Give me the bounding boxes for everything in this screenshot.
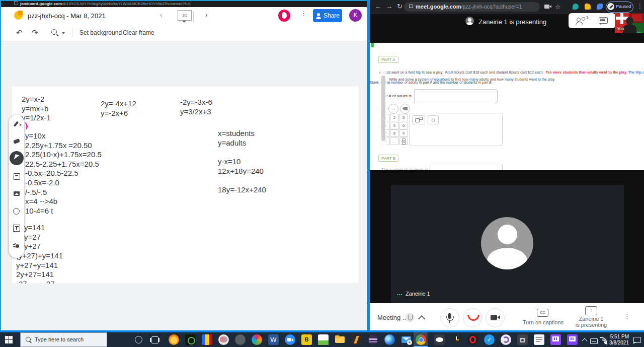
taskbar-search-input[interactable]: Type here to search bbox=[20, 332, 107, 347]
share-button[interactable]: Share bbox=[313, 9, 342, 22]
equation-block[interactable]: y-x=10 12x+18y=240 bbox=[218, 157, 264, 176]
task-view-icon[interactable] bbox=[151, 336, 158, 343]
redo-icon[interactable]: ↷ bbox=[32, 28, 38, 37]
key-2[interactable]: 2 bbox=[390, 114, 399, 121]
start-button-icon[interactable] bbox=[5, 336, 13, 343]
tray-clock[interactable]: 5:51 PM 3/8/2021 bbox=[606, 334, 629, 346]
paused-extension-button[interactable]: Paused bbox=[606, 2, 633, 13]
app-swirl-icon[interactable] bbox=[501, 334, 511, 345]
extension-thumb-icon[interactable] bbox=[585, 4, 591, 10]
keypad-right-icon[interactable]: → bbox=[388, 104, 398, 114]
key-5[interactable]: 5 bbox=[390, 122, 399, 129]
next-frame-icon[interactable]: › bbox=[205, 11, 207, 19]
presenting-icon[interactable]: ↑ bbox=[585, 306, 597, 315]
frame-expand-caret-icon[interactable] bbox=[182, 21, 186, 23]
shape-tool-icon[interactable] bbox=[13, 208, 20, 215]
camera-permission-icon[interactable] bbox=[544, 5, 549, 9]
scrollbar-thumb[interactable] bbox=[381, 76, 385, 141]
bookmark-star-icon[interactable]: ☆ bbox=[555, 3, 561, 11]
extension-pink-icon[interactable] bbox=[278, 10, 290, 22]
document-title[interactable]: pzz-jhxh-ocq - Mar 8, 2021 bbox=[28, 12, 106, 20]
equation-block[interactable]: 2y=x-2 y=mx+b y=1/2x-1 bbox=[22, 95, 51, 123]
app-powerbi-icon[interactable]: B bbox=[301, 334, 312, 345]
app-clock-icon[interactable] bbox=[451, 334, 461, 345]
app-geforce-icon[interactable] bbox=[185, 334, 196, 345]
participant-tile[interactable]: ••• Zaneirie 1 bbox=[391, 185, 624, 303]
self-view-tile[interactable]: You ••• bbox=[615, 13, 644, 33]
equation-block[interactable]: x=students y=adults bbox=[218, 129, 255, 148]
textbox-tool-icon[interactable] bbox=[13, 225, 20, 232]
app-xnview-icon[interactable] bbox=[169, 334, 179, 345]
app-mail-icon[interactable]: 4 bbox=[401, 334, 412, 345]
app-opera-icon[interactable] bbox=[467, 334, 478, 345]
jamboard-canvas[interactable]: 2y=x-2 y=mx+b y=1/2x-1 2y=-4x+12 y=-2x+6… bbox=[1, 41, 367, 330]
image-tool-icon[interactable] bbox=[13, 190, 20, 197]
app-eclipse-icon[interactable] bbox=[368, 334, 378, 345]
chrome-menu-icon[interactable]: ⋮ bbox=[637, 3, 643, 10]
equation-block[interactable]: y=141 y=27 y+27 bbox=[24, 223, 45, 251]
chat-icon[interactable] bbox=[599, 17, 608, 24]
cortana-icon[interactable] bbox=[135, 336, 142, 343]
undo-icon[interactable]: ↶ bbox=[16, 28, 23, 37]
app-gray-icon[interactable] bbox=[235, 334, 246, 345]
attachment-icon[interactable] bbox=[406, 313, 415, 322]
jamboard-url-bar[interactable]: jamboard.google.com/d/19XC5-WYYmtkgXy0oN… bbox=[0, 1, 368, 7]
captions-icon[interactable]: CC bbox=[537, 309, 548, 317]
app-zap-icon[interactable] bbox=[351, 334, 362, 345]
end-call-button[interactable] bbox=[463, 308, 482, 327]
key-3[interactable]: 3 bbox=[399, 114, 408, 121]
touch-keyboard-icon[interactable] bbox=[590, 338, 598, 344]
key-6[interactable]: 6 bbox=[399, 122, 408, 129]
action-center-icon[interactable] bbox=[633, 337, 641, 343]
app-twitch2-icon[interactable] bbox=[567, 334, 578, 345]
equation-block[interactable]: 2y=-4x+12 y=-2x+6 bbox=[101, 99, 136, 118]
equation-block[interactable]: (y+27)+y=141 y+27+y=141 2y+27=141 -27 -2… bbox=[16, 251, 63, 284]
reload-icon[interactable]: ↻ bbox=[397, 3, 403, 10]
select-tool-icon[interactable] bbox=[10, 151, 24, 165]
key-8[interactable]: 8 bbox=[390, 129, 399, 137]
zoom-caret-icon[interactable] bbox=[62, 32, 65, 34]
keypad-backspace-icon[interactable] bbox=[400, 104, 410, 114]
app-brain-icon[interactable] bbox=[218, 334, 229, 345]
app-word-icon[interactable]: W bbox=[268, 334, 279, 345]
equation-block[interactable]: -2y=-3x-6 y=3/2x+3 bbox=[180, 98, 212, 116]
app-check-icon[interactable]: ✓ bbox=[484, 334, 495, 345]
account-avatar[interactable]: K bbox=[349, 9, 362, 22]
forward-icon[interactable]: → bbox=[386, 3, 392, 10]
eraser-tool-icon[interactable] bbox=[13, 138, 20, 145]
zoom-icon[interactable] bbox=[51, 29, 57, 35]
equation-block[interactable]: 18y=-12x+240 bbox=[218, 185, 266, 195]
parentheses-key[interactable]: ( ) bbox=[428, 115, 439, 124]
app-camera-icon[interactable] bbox=[517, 334, 528, 345]
key-9[interactable]: 9 bbox=[399, 129, 408, 137]
prev-frame-icon[interactable]: ‹ bbox=[160, 11, 162, 19]
exponent-key[interactable] bbox=[412, 115, 425, 124]
address-bar[interactable]: meet.google.com/pzz-jhxh-ocq?authuser=1 bbox=[404, 2, 540, 12]
more-options-icon[interactable]: ⋮ bbox=[300, 10, 307, 17]
app-twitch-icon[interactable] bbox=[550, 334, 561, 345]
back-icon[interactable]: ← bbox=[375, 3, 381, 10]
pen-tool-icon[interactable] bbox=[13, 121, 20, 128]
app-greendoc-icon[interactable] bbox=[318, 334, 329, 345]
camera-button[interactable] bbox=[486, 308, 505, 327]
app-zoom-icon[interactable] bbox=[285, 334, 295, 345]
key-decimal[interactable]: . bbox=[390, 137, 399, 145]
extension-teal-icon[interactable] bbox=[573, 4, 579, 10]
app-edge-icon[interactable] bbox=[384, 334, 395, 345]
frame-indicator[interactable]: 1/1 bbox=[178, 10, 192, 21]
clear-frame-button[interactable]: Clear frame bbox=[123, 29, 154, 36]
chevron-up-icon[interactable] bbox=[418, 315, 425, 322]
equation-block[interactable]: y=10x 2.25y+1.75x =20.50 2.25(10-x)+1.75… bbox=[25, 131, 102, 216]
app-discord-icon[interactable] bbox=[434, 334, 445, 345]
mic-button[interactable] bbox=[440, 308, 459, 327]
key-fraction[interactable] bbox=[399, 137, 408, 145]
extension-blue-icon[interactable] bbox=[597, 4, 603, 10]
app-notepad-icon[interactable] bbox=[534, 334, 544, 345]
students-answer-input[interactable] bbox=[430, 165, 503, 170]
app-office-icon[interactable] bbox=[202, 334, 212, 345]
adults-answer-input[interactable] bbox=[414, 89, 498, 103]
captions-label[interactable]: Turn on captions bbox=[519, 319, 567, 325]
meeting-details-label[interactable]: Meeting ... bbox=[377, 314, 408, 321]
presented-scrollbar[interactable] bbox=[380, 64, 387, 148]
jamboard-frame[interactable]: 2y=x-2 y=mx+b y=1/2x-1 2y=-4x+12 y=-2x+6… bbox=[11, 86, 359, 284]
